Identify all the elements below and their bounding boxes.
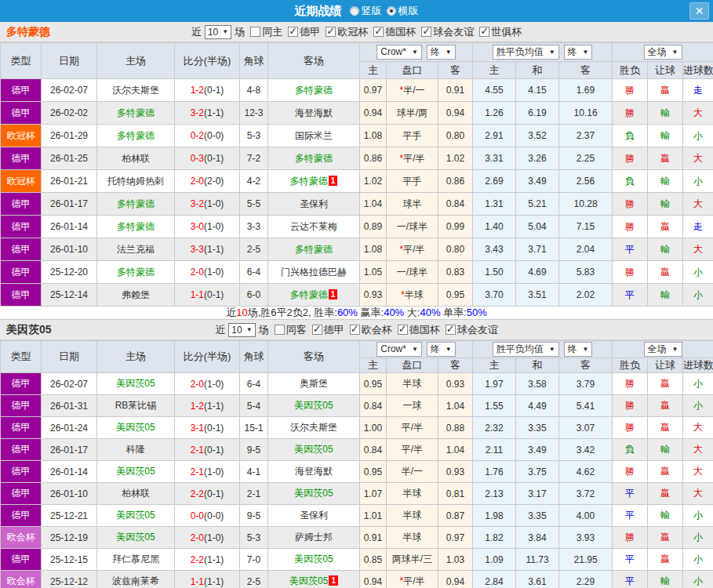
games-count-select[interactable]: 10▼ <box>228 323 255 337</box>
score-cell: 3-1(0-1) <box>175 417 240 439</box>
same-venue-checkbox[interactable] <box>275 325 285 335</box>
league-checkbox[interactable] <box>421 27 431 37</box>
away-team-cell: 多特蒙德 <box>268 147 360 170</box>
goals-result-cell: 走 <box>683 79 713 102</box>
odds-source-select-2-0[interactable]: 全场▼ <box>644 45 682 60</box>
odds-source-select-0-1[interactable]: 终▼ <box>427 342 456 357</box>
league-checkbox-label: 球会友谊 <box>457 323 498 337</box>
home-team-cell: 多特蒙德 <box>97 261 175 284</box>
handicap-home-odds: 0.94 <box>360 102 387 125</box>
chevron-down-icon: ▼ <box>222 28 228 35</box>
team-label: 多特蒙德 <box>290 176 328 187</box>
odds-away: 5.83 <box>559 261 613 284</box>
league-checkbox[interactable] <box>312 325 322 335</box>
match-row: 德甲26-01-24美因茨053-1(0-1)15-1沃尔夫斯堡1.00平/半0… <box>1 417 713 439</box>
result-cell: 平 <box>613 284 648 307</box>
result-cell: 勝 <box>613 461 648 483</box>
league-checkbox[interactable] <box>446 325 456 335</box>
date-cell: 26-01-10 <box>42 483 97 505</box>
stats-summary-part: 场,胜6平2负2, 胜率: <box>248 307 337 318</box>
goals-result-cell: 小 <box>683 284 713 307</box>
corner-cell: 4-1 <box>240 461 268 483</box>
same-venue-label: 同主 <box>262 25 282 39</box>
handicap-line-text: 平/半 <box>403 153 424 164</box>
match-row: 德甲25-12-21美因茨050-0(0-0)9-5圣保利1.01半球0.871… <box>1 505 713 527</box>
handicap-line-text: 半/一 <box>403 85 424 96</box>
date-cell: 25-12-12 <box>42 571 97 588</box>
team-label: 沃尔夫斯堡 <box>112 85 159 96</box>
fulltime-score: 2-2 <box>191 554 204 565</box>
result-cell: 勝 <box>613 417 648 439</box>
handicap-away-odds: 0.86 <box>438 170 473 193</box>
odds-draw: 3.61 <box>516 571 559 588</box>
handicap-away-odds: 0.99 <box>438 216 473 238</box>
same-venue-checkbox[interactable] <box>250 27 260 37</box>
sub-column-header: 让球 <box>648 62 683 79</box>
league-cell: 德甲 <box>1 483 42 505</box>
odds-group-header: 胜平负均值▼终▼ <box>473 341 613 358</box>
column-header: 日期 <box>42 341 97 373</box>
league-checkbox[interactable] <box>373 27 384 37</box>
odds-away: 2.02 <box>559 284 613 307</box>
odds-source-select-1-0[interactable]: 胜平负均值▼ <box>493 45 559 60</box>
result-cell: 平 <box>613 483 648 505</box>
stats-summary-part: 单率: <box>440 307 466 318</box>
score-cell: 2-0(2-0) <box>175 170 240 193</box>
league-cell: 德甲 <box>1 102 42 125</box>
fulltime-score: 2-1 <box>191 445 204 456</box>
halftime-score: (1-0) <box>204 267 224 278</box>
filter-suffix-label: 场 <box>259 323 269 337</box>
handicap-home-odds: 1.08 <box>360 238 387 261</box>
team-label: 多特蒙德 <box>295 85 333 96</box>
radio-vertical-layout[interactable] <box>350 6 359 16</box>
league-checkbox[interactable] <box>479 27 489 37</box>
match-row: 德甲25-12-14弗赖堡1-1(0-1)6-0多特蒙德10.93*半球0.95… <box>1 284 713 307</box>
odds-home: 2.91 <box>473 125 516 147</box>
match-row: 德甲26-02-07沃尔夫斯堡1-2(0-1)4-8多特蒙德0.97*半/一0.… <box>1 79 713 102</box>
corner-cell: 2-5 <box>240 571 268 588</box>
odds-source-select-0-0[interactable]: Crow*▼ <box>377 342 422 357</box>
odds-source-select-0-1[interactable]: 终▼ <box>427 45 456 60</box>
games-count-select-value: 10 <box>208 27 218 38</box>
odds-source-select-2-0-value: 全场 <box>648 45 667 59</box>
date-cell: 26-01-21 <box>42 170 97 193</box>
odds-source-select-1-0[interactable]: 胜平负均值▼ <box>493 342 559 357</box>
league-checkbox[interactable] <box>288 27 298 37</box>
away-team-cell: 圣保利 <box>268 193 360 216</box>
fulltime-score: 2-0 <box>191 379 204 390</box>
league-checkbox[interactable] <box>326 27 336 37</box>
titlebar: 近期战绩 竖版 横版 ✕ <box>0 0 713 22</box>
odds-source-select-1-1[interactable]: 终▼ <box>564 45 593 60</box>
radio-horizontal-layout[interactable] <box>387 6 396 16</box>
league-checkbox[interactable] <box>350 325 360 335</box>
handicap-result-cell: 贏 <box>648 395 683 417</box>
odds-draw: 5.04 <box>516 216 559 238</box>
radio-horizontal-label[interactable]: 横版 <box>398 4 419 18</box>
odds-source-select-0-0[interactable]: Crow*▼ <box>377 45 422 60</box>
team-section: 多特蒙德近10▼场同主德甲欧冠杯德国杯球会友谊世俱杯类型日期主场比分(半场)角球… <box>0 22 713 320</box>
close-icon[interactable]: ✕ <box>689 2 709 20</box>
odds-source-select-2-0[interactable]: 全场▼ <box>644 342 682 357</box>
column-header: 角球 <box>240 43 268 79</box>
date-cell: 25-12-14 <box>42 284 97 307</box>
result-cell: 勝 <box>613 193 648 216</box>
away-team-cell: 多特蒙德 <box>268 238 360 261</box>
radio-vertical-label[interactable]: 竖版 <box>362 4 382 18</box>
odds-away: 4.00 <box>559 505 613 527</box>
halftime-score: (0-0) <box>204 510 224 521</box>
handicap-line: *半球 <box>387 284 438 307</box>
home-team-cell: 多特蒙德 <box>97 102 175 125</box>
chevron-down-icon: ▼ <box>583 346 589 353</box>
date-cell: 26-01-24 <box>42 417 97 439</box>
handicap-away-odds: 0.80 <box>438 238 473 261</box>
stats-summary-part: 10 <box>236 307 247 318</box>
score-cell: 3-2(1-0) <box>175 193 240 216</box>
chevron-down-icon: ▼ <box>583 49 589 56</box>
league-checkbox[interactable] <box>398 325 408 335</box>
odds-source-select-1-1[interactable]: 终▼ <box>564 342 593 357</box>
games-count-select[interactable]: 10▼ <box>205 25 231 39</box>
fulltime-score: 2-1 <box>191 466 204 477</box>
handicap-result-cell: 贏 <box>648 216 683 238</box>
same-venue-label: 同客 <box>286 323 307 337</box>
away-team-cell: 美因茨051 <box>268 571 360 588</box>
